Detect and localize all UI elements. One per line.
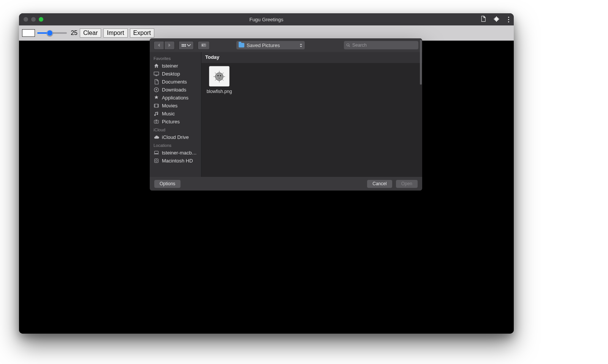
group-header: Today xyxy=(201,52,422,63)
import-button[interactable]: Import xyxy=(103,28,127,38)
file-name: blowfish.png xyxy=(206,89,233,94)
path-dropdown[interactable]: Saved Pictures xyxy=(236,41,305,49)
sidebar-item[interactable]: iCloud Drive xyxy=(150,133,201,141)
nav-forward-button[interactable] xyxy=(164,41,175,50)
brush-size-slider[interactable] xyxy=(37,30,67,36)
window-close-button[interactable] xyxy=(24,17,28,22)
svg-point-14 xyxy=(155,160,157,162)
options-button[interactable]: Options xyxy=(154,180,180,188)
sidebar-section-header: iCloud xyxy=(150,126,201,133)
svg-point-18 xyxy=(220,75,221,76)
sidebar-item[interactable]: Macintosh HD xyxy=(150,157,201,165)
svg-rect-2 xyxy=(204,44,205,45)
sidebar-item-label: Downloads xyxy=(162,87,186,93)
window-minimize-button[interactable] xyxy=(31,17,36,22)
sidebar-item-label: tsteiner xyxy=(162,63,178,69)
sidebar-item[interactable]: Movies xyxy=(150,102,201,110)
svg-rect-4 xyxy=(154,72,159,75)
sidebar-item[interactable]: Desktop xyxy=(150,70,201,78)
brush-size-value: 25 xyxy=(69,30,78,36)
sidebar: FavoriteststeinerDesktopDocumentsDownloa… xyxy=(150,52,201,177)
open-button[interactable]: Open xyxy=(396,180,418,188)
sidebar-section-header: Favorites xyxy=(150,54,201,62)
svg-line-20 xyxy=(222,72,223,74)
group-by-button[interactable] xyxy=(198,41,210,50)
updown-chevron-icon xyxy=(299,43,302,47)
blowfish-icon xyxy=(212,69,227,84)
sidebar-item-label: Movies xyxy=(162,103,177,109)
file-item[interactable]: blowfish.png xyxy=(206,66,233,94)
extensions-icon[interactable] xyxy=(493,16,500,23)
home-icon xyxy=(154,63,159,69)
folder-icon xyxy=(239,43,244,47)
path-label: Saved Pictures xyxy=(247,43,280,48)
sidebar-item-label: iCloud Drive xyxy=(162,134,189,140)
desktop-icon xyxy=(154,71,159,77)
movie-icon xyxy=(154,103,159,109)
svg-point-9 xyxy=(156,121,157,123)
sidebar-item-label: Desktop xyxy=(162,71,180,77)
new-document-icon[interactable] xyxy=(480,16,486,23)
laptop-icon xyxy=(154,150,159,156)
svg-rect-12 xyxy=(154,154,159,154)
disk-icon xyxy=(154,158,159,164)
sidebar-item[interactable]: Documents xyxy=(150,78,201,86)
search-icon xyxy=(346,43,350,47)
sidebar-item-label: Music xyxy=(162,111,175,117)
doc-icon xyxy=(154,79,159,85)
window-title: Fugu Greetings xyxy=(19,17,514,22)
sidebar-item-label: tsteiner-macb… xyxy=(162,150,197,156)
svg-rect-13 xyxy=(155,159,158,163)
dialog-toolbar: Saved Pictures xyxy=(150,38,422,52)
svg-line-26 xyxy=(215,72,216,74)
svg-rect-1 xyxy=(202,44,203,46)
cloud-icon xyxy=(154,134,159,140)
nav-back-button[interactable] xyxy=(154,41,164,50)
svg-rect-5 xyxy=(155,76,157,76)
more-menu-icon[interactable] xyxy=(507,17,511,22)
view-mode-button[interactable] xyxy=(179,41,194,50)
svg-rect-10 xyxy=(156,120,157,121)
sidebar-item-label: Pictures xyxy=(162,119,180,124)
sidebar-item[interactable]: Pictures xyxy=(150,118,201,126)
cancel-button[interactable]: Cancel xyxy=(367,180,392,188)
photo-icon xyxy=(154,119,159,124)
svg-point-17 xyxy=(217,75,218,76)
file-open-dialog: Saved Pictures FavoriteststeinerDesktopD… xyxy=(150,38,422,191)
group-icon xyxy=(201,43,206,47)
sidebar-item[interactable]: tsteiner xyxy=(150,62,201,70)
chevron-left-icon xyxy=(157,43,161,47)
search-input[interactable] xyxy=(352,43,416,48)
chevron-down-icon xyxy=(187,43,191,47)
chevron-right-icon xyxy=(167,43,172,47)
dialog-footer: Options Cancel Open xyxy=(150,177,422,191)
sidebar-item-label: Documents xyxy=(162,79,187,85)
search-field[interactable] xyxy=(344,41,418,49)
music-icon xyxy=(154,111,159,117)
clear-button[interactable]: Clear xyxy=(80,28,101,38)
sidebar-item-label: Applications xyxy=(162,95,188,101)
svg-line-22 xyxy=(222,79,223,80)
title-bar: Fugu Greetings xyxy=(19,13,514,25)
svg-rect-11 xyxy=(155,151,158,153)
apps-icon xyxy=(154,95,159,101)
sidebar-item[interactable]: Downloads xyxy=(150,86,201,94)
svg-line-24 xyxy=(215,79,216,80)
app-window: Fugu Greetings 25 Clear Import Export xyxy=(19,13,514,334)
grid-view-icon xyxy=(182,44,186,47)
svg-rect-3 xyxy=(204,45,205,46)
sidebar-item[interactable]: Music xyxy=(150,110,201,118)
file-thumbnail xyxy=(209,66,230,87)
sidebar-item[interactable]: Applications xyxy=(150,94,201,102)
download-icon xyxy=(154,87,159,93)
sidebar-section-header: Locations xyxy=(150,141,201,149)
export-button[interactable]: Export xyxy=(130,28,154,38)
window-maximize-button[interactable] xyxy=(39,17,43,22)
sidebar-item-label: Macintosh HD xyxy=(162,158,193,164)
svg-rect-8 xyxy=(154,120,158,123)
file-browser: Today blowfish.png xyxy=(201,52,422,177)
sidebar-item[interactable]: tsteiner-macb… xyxy=(150,149,201,157)
color-swatch[interactable] xyxy=(22,29,35,37)
